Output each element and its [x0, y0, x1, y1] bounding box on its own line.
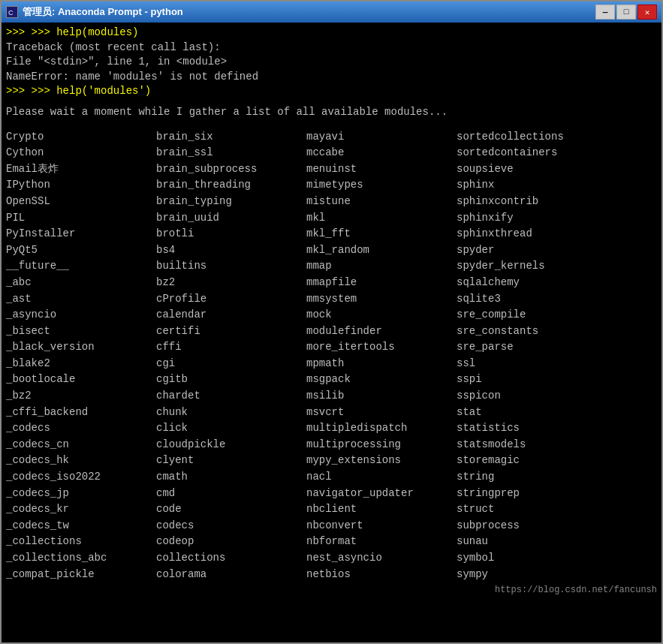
module-cell: _asyncio [6, 307, 156, 324]
module-cell: IPython [6, 177, 156, 194]
module-cell: _codecs_tw [6, 518, 156, 534]
title-bar-left: C 管理员: Anaconda Prompt - python [6, 5, 183, 19]
module-cell: multipledispatch [306, 420, 457, 437]
modules-grid: Cryptobrain_sixmayavisortedcollectionsCy… [6, 129, 657, 583]
module-cell: PyQt5 [6, 242, 156, 259]
module-cell: _bz2 [6, 388, 156, 405]
module-cell: OpenSSL [6, 194, 156, 210]
module-cell: sphinxthread [457, 226, 661, 242]
module-cell: soupsieve [457, 161, 661, 178]
module-cell: cloudpickle [156, 437, 306, 453]
close-button[interactable]: ✕ [637, 5, 657, 20]
module-cell: PyInstaller [6, 226, 156, 242]
module-cell: nbconvert [306, 518, 457, 534]
module-cell: _compat_pickle [6, 567, 156, 583]
module-cell: chardet [156, 388, 306, 405]
module-cell: _ast [6, 291, 156, 308]
module-cell: struct [457, 501, 661, 518]
title-bar: C 管理员: Anaconda Prompt - python — □ ✕ [2, 2, 661, 23]
module-cell: code [156, 501, 306, 518]
module-cell: cmd [156, 486, 306, 502]
module-cell: sre_constants [457, 324, 661, 340]
error-line-1: Traceback (most recent call last): [6, 41, 657, 56]
module-cell: click [156, 420, 306, 437]
module-cell: _codecs_kr [6, 501, 156, 518]
module-cell: mkl_fft [306, 226, 457, 242]
watermark: https://blog.csdn.net/fancunsh [6, 584, 657, 597]
module-cell: msgpack [306, 372, 457, 388]
module-cell: _collections_abc [6, 550, 156, 567]
info-line: Please wait a moment while I gather a li… [6, 105, 657, 120]
module-cell: sunau [457, 534, 661, 550]
app-icon: C [6, 6, 18, 18]
module-cell: spyder_kernels [457, 258, 661, 275]
module-cell: brotli [156, 226, 306, 242]
minimize-button[interactable]: — [595, 5, 615, 20]
module-cell: brain_six [156, 129, 306, 146]
module-cell: certifi [156, 324, 306, 340]
module-cell: _blake2 [6, 356, 156, 372]
window-controls: — □ ✕ [595, 5, 657, 20]
module-cell: _codecs_cn [6, 437, 156, 453]
module-cell: sre_compile [457, 307, 661, 324]
module-cell: codeop [156, 534, 306, 550]
module-cell: nbclient [306, 501, 457, 518]
module-cell: sphinxcontrib [457, 194, 661, 210]
module-cell: brain_subprocess [156, 161, 306, 178]
module-cell: nacl [306, 469, 457, 486]
module-cell: _codecs_hk [6, 453, 156, 469]
module-cell: cProfile [156, 291, 306, 308]
module-cell: more_itertools [306, 339, 457, 356]
module-cell: brain_typing [156, 194, 306, 210]
module-cell: mkl_random [306, 242, 457, 259]
module-cell: _abc [6, 275, 156, 291]
module-cell: cgi [156, 356, 306, 372]
module-cell: mock [306, 307, 457, 324]
module-cell: builtins [156, 258, 306, 275]
module-cell: Crypto [6, 129, 156, 146]
module-cell: navigator_updater [306, 486, 457, 502]
terminal-content[interactable]: >>> >>> help(modules) Traceback (most re… [2, 23, 661, 642]
module-cell: cgitb [156, 372, 306, 388]
module-cell: string [457, 469, 661, 486]
module-cell: _codecs_iso2022 [6, 469, 156, 486]
module-cell: chunk [156, 405, 306, 421]
module-cell: _black_version [6, 339, 156, 356]
command-1: >>> help(modules) [32, 26, 139, 38]
maximize-button[interactable]: □ [616, 5, 636, 20]
module-cell: mmap [306, 258, 457, 275]
module-cell: sre_parse [457, 339, 661, 356]
module-cell: mmapfile [306, 275, 457, 291]
module-cell: subprocess [457, 518, 661, 534]
module-cell: sqlalchemy [457, 275, 661, 291]
module-cell: mpmath [306, 356, 457, 372]
module-cell: cffi [156, 339, 306, 356]
module-cell: Email表炸 [6, 161, 156, 178]
module-cell: brain_ssl [156, 145, 306, 161]
terminal-body: >>> >>> help(modules) Traceback (most re… [2, 23, 661, 642]
module-cell: nbformat [306, 534, 457, 550]
module-cell: mimetypes [306, 177, 457, 194]
module-cell: statsmodels [457, 437, 661, 453]
module-cell: sympy [457, 567, 661, 583]
command-2: >>> help('modules') [32, 85, 152, 97]
module-cell: multiprocessing [306, 437, 457, 453]
svg-text:C: C [8, 9, 14, 17]
module-cell: Cython [6, 145, 156, 161]
module-cell: mypy_extensions [306, 453, 457, 469]
module-cell: brain_uuid [156, 210, 306, 227]
module-cell: calendar [156, 307, 306, 324]
module-cell: collections [156, 550, 306, 567]
module-cell: mccabe [306, 145, 457, 161]
module-cell: modulefinder [306, 324, 457, 340]
main-window: C 管理员: Anaconda Prompt - python — □ ✕ >>… [0, 0, 663, 644]
module-cell: msilib [306, 388, 457, 405]
module-cell: sortedcontainers [457, 145, 661, 161]
module-cell: _cffi_backend [6, 405, 156, 421]
module-cell: cmath [156, 469, 306, 486]
module-cell: bs4 [156, 242, 306, 259]
module-cell: sortedcollections [457, 129, 661, 146]
module-cell: _codecs [6, 420, 156, 437]
module-cell: stat [457, 405, 661, 421]
module-cell: sphinx [457, 177, 661, 194]
